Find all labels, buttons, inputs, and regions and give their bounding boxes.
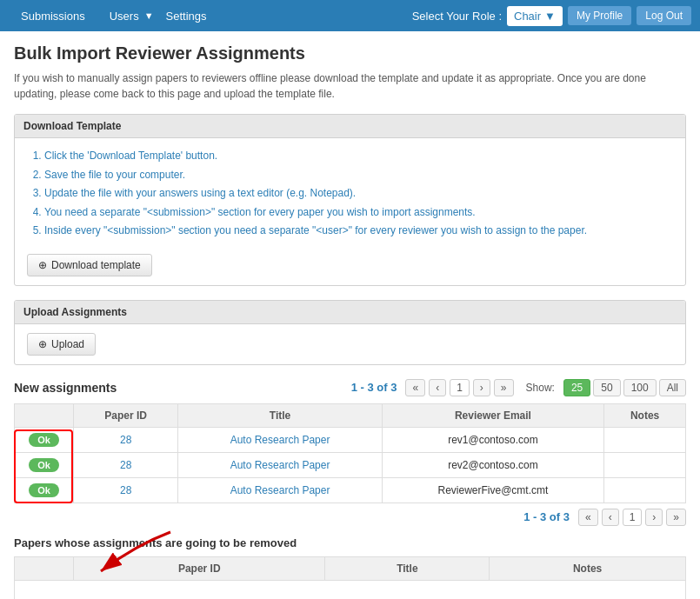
download-panel: Download Template Click the 'Download Te… <box>14 114 686 286</box>
arrow-svg <box>83 528 188 580</box>
remove-col-status <box>15 556 74 580</box>
step-5: Inside every "<submission>" section you … <box>44 222 673 241</box>
pag-last-bottom[interactable]: » <box>666 509 686 526</box>
top-navigation: Submissions Users ▼ Settings Select Your… <box>0 0 700 31</box>
pag-next-top[interactable]: › <box>473 379 490 396</box>
remove-col-notes: Notes <box>490 556 686 580</box>
show-buttons: 25 50 100 All <box>563 379 686 396</box>
new-assignments-title: New assignments <box>14 381 117 395</box>
row3-status: Ok <box>15 477 74 502</box>
show-all-button[interactable]: All <box>659 379 686 396</box>
my-profile-button[interactable]: My Profile <box>568 6 631 25</box>
users-dropdown-icon[interactable]: ▼ <box>144 10 154 21</box>
row3-title: Auto Research Paper <box>178 477 382 502</box>
row1-status: Ok <box>15 427 74 452</box>
step-4: You need a separate "<submission>" secti… <box>44 203 673 223</box>
row3-notes <box>604 477 686 502</box>
new-assignments-table-wrapper: Paper ID Title Reviewer Email Notes Ok 2… <box>14 403 686 503</box>
pagination-range-top: 1 - 3 of 3 <box>351 381 397 394</box>
table-row: Ok 28 Auto Research Paper ReviewerFive@c… <box>15 477 686 502</box>
show-label: Show: <box>526 382 555 394</box>
pag-first-bottom[interactable]: « <box>578 509 598 526</box>
role-dropdown-icon: ▼ <box>544 10 556 23</box>
step-1: Click the 'Download Template' button. <box>44 147 673 166</box>
row2-title: Auto Research Paper <box>178 452 382 477</box>
upload-button[interactable]: ⊕ Upload <box>27 333 96 356</box>
remove-col-title: Title <box>325 556 490 580</box>
steps-list: Click the 'Download Template' button. Sa… <box>27 147 673 241</box>
pag-page1-top[interactable]: 1 <box>450 379 470 396</box>
row2-email: rev2@contoso.com <box>382 452 603 477</box>
step-3: Update the file with your answers using … <box>44 184 673 203</box>
role-value: Chair <box>514 10 541 23</box>
row2-notes <box>604 452 686 477</box>
new-assignments-header: New assignments 1 - 3 of 3 « ‹ 1 › » Sho… <box>14 379 686 396</box>
table-row: Ok 28 Auto Research Paper rev2@contoso.c… <box>15 452 686 477</box>
step-2: Save the file to your computer. <box>44 166 673 185</box>
show-25-button[interactable]: 25 <box>563 379 590 396</box>
intro-text: If you wish to manually assign papers to… <box>14 70 686 102</box>
pag-first-top[interactable]: « <box>405 379 425 396</box>
remove-table-empty-row <box>15 580 686 599</box>
show-100-button[interactable]: 100 <box>623 379 657 396</box>
remove-section: Papers whose assignments are going to be… <box>14 536 686 599</box>
role-dropdown[interactable]: Chair ▼ <box>507 6 563 26</box>
download-template-button[interactable]: ⊕ Download template <box>27 254 152 276</box>
new-assignments-table: Paper ID Title Reviewer Email Notes Ok 2… <box>14 403 686 503</box>
pag-last-top[interactable]: » <box>494 379 514 396</box>
nav-settings[interactable]: Settings <box>154 3 219 30</box>
upload-panel-header: Upload Assignments <box>15 301 685 324</box>
table-row: Ok 28 Auto Research Paper rev1@contoso.c… <box>15 427 686 452</box>
col-paper-id: Paper ID <box>74 403 178 427</box>
pag-prev-bottom[interactable]: ‹ <box>602 509 619 526</box>
row1-notes <box>604 427 686 452</box>
col-notes: Notes <box>604 403 686 427</box>
upload-icon: ⊕ <box>38 338 47 350</box>
row3-email: ReviewerFive@cmt.cmt <box>382 477 603 502</box>
show-50-button[interactable]: 50 <box>593 379 620 396</box>
log-out-button[interactable]: Log Out <box>637 6 691 25</box>
col-reviewer-email: Reviewer Email <box>382 403 603 427</box>
pag-prev-top[interactable]: ‹ <box>429 379 446 396</box>
nav-users[interactable]: Users <box>97 3 151 30</box>
row3-paper-id: 28 <box>74 477 178 502</box>
bottom-range: 1 - 3 of 3 <box>523 510 570 523</box>
row2-paper-id: 28 <box>74 452 178 477</box>
row2-status: Ok <box>15 452 74 477</box>
download-panel-header: Download Template <box>15 115 685 138</box>
row1-email: rev1@contoso.com <box>382 427 603 452</box>
pag-page1-bottom[interactable]: 1 <box>623 509 643 526</box>
role-label: Select Your Role : <box>412 10 502 23</box>
pag-next-bottom[interactable]: › <box>645 509 663 526</box>
row1-title: Auto Research Paper <box>178 427 382 452</box>
page-title: Bulk Import Reviewer Assignments <box>14 43 686 63</box>
col-title: Title <box>178 403 382 427</box>
col-status <box>15 403 74 427</box>
download-icon: ⊕ <box>38 259 47 271</box>
row1-paper-id: 28 <box>74 427 178 452</box>
bottom-pagination: 1 - 3 of 3 « ‹ 1 › » <box>14 509 686 526</box>
nav-submissions[interactable]: Submissions <box>9 3 97 30</box>
upload-panel: Upload Assignments ⊕ Upload <box>14 300 686 365</box>
